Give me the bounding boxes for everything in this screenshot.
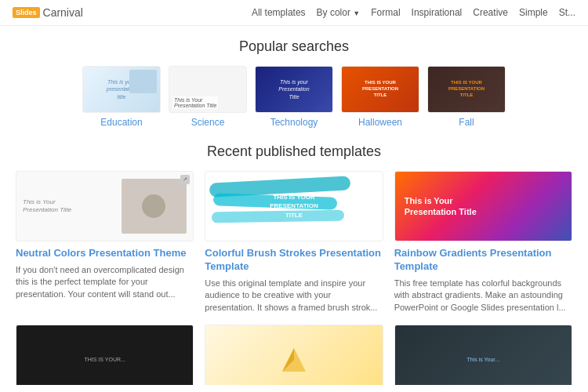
warm-thumb xyxy=(205,325,383,385)
technology-thumb: This is yourPresentationTitle xyxy=(255,66,333,113)
brush-card-desc: Use this original template and inspire y… xyxy=(205,278,383,314)
rainbow-thumb-text: This is YourPresentation Title xyxy=(405,195,477,218)
logo-box[interactable]: Slides xyxy=(13,7,40,18)
header: Slides Carnival All templates By color ▼… xyxy=(0,0,588,26)
search-card-education[interactable]: This is yourpresentationtitle Education xyxy=(82,66,161,128)
dark2-thumb: This is Your... xyxy=(394,325,572,385)
rainbow-thumb: This is YourPresentation Title xyxy=(394,171,572,241)
template-card-dark2[interactable]: This is Your... xyxy=(394,325,572,385)
main-nav: All templates By color ▼ Formal Inspirat… xyxy=(252,7,575,18)
popular-searches-title: Popular searches xyxy=(16,38,572,55)
search-card-fall[interactable]: THIS IS YOURPRESENTATIONTITLE Fall xyxy=(427,66,506,128)
search-card-technology[interactable]: This is yourPresentationTitle Technology xyxy=(255,66,333,128)
brush-thumb-text: THIS IS YOURPRESENTATIONTITLE xyxy=(267,190,321,223)
nav-all-templates[interactable]: All templates xyxy=(252,7,306,18)
neutral-thumb-text: This is YourPresentation Title xyxy=(23,198,113,215)
template-card-dark1[interactable]: THIS IS YOUR... xyxy=(16,325,194,385)
fall-thumb: THIS IS YOURPRESENTATIONTITLE xyxy=(427,66,506,113)
template-card-rainbow[interactable]: This is YourPresentation Title Rainbow G… xyxy=(394,171,572,314)
recent-templates-section: Recent published templates This is YourP… xyxy=(16,143,572,385)
by-color-arrow: ▼ xyxy=(353,9,360,17)
rainbow-card-desc: This free template has colorful backgrou… xyxy=(394,278,572,314)
neutral-corner-icon: ↗ xyxy=(180,175,190,184)
bottom-template-grid: THIS IS YOUR... This is Your... xyxy=(16,325,572,385)
search-card-halloween[interactable]: THIS IS YOURPRESENTATIONTITLE Halloween xyxy=(341,66,419,128)
search-cards-list: This is yourpresentationtitle Education … xyxy=(16,66,572,128)
fall-label: Fall xyxy=(459,117,474,128)
brush-thumb: THIS IS YOURPRESENTATIONTITLE xyxy=(205,171,383,241)
neutral-card-title: Neutral Colors Presentation Theme xyxy=(16,247,194,260)
recent-templates-title: Recent published templates xyxy=(16,143,572,160)
education-thumb: This is yourpresentationtitle xyxy=(82,66,161,113)
origami-icon xyxy=(278,344,310,376)
science-label: Science xyxy=(191,117,225,128)
education-label: Education xyxy=(100,117,142,128)
neutral-card-desc: If you don't need an overcomplicated des… xyxy=(16,264,194,300)
halloween-thumb: THIS IS YOURPRESENTATIONTITLE xyxy=(341,66,419,113)
rainbow-card-title: Rainbow Gradients Presentation Template xyxy=(394,247,572,274)
halloween-label: Halloween xyxy=(358,117,402,128)
neutral-thumb-img xyxy=(122,179,187,234)
nav-creative[interactable]: Creative xyxy=(473,7,508,18)
logo-text: Carnival xyxy=(43,6,83,19)
nav-by-color[interactable]: By color ▼ xyxy=(317,7,361,18)
popular-searches-section: Popular searches This is yourpresentatio… xyxy=(16,38,572,128)
neutral-thumb: This is YourPresentation Title ↗ xyxy=(16,171,194,241)
technology-label: Technology xyxy=(270,117,318,128)
logo-area: Slides Carnival xyxy=(13,6,83,19)
science-thumb: This is YourPresentation Title xyxy=(169,66,247,113)
nav-inspirational[interactable]: Inspirational xyxy=(412,7,463,18)
nav-formal[interactable]: Formal xyxy=(371,7,400,18)
template-card-neutral[interactable]: This is YourPresentation Title ↗ Neutral… xyxy=(16,171,194,314)
template-card-warm[interactable] xyxy=(205,325,383,385)
nav-simple[interactable]: Simple xyxy=(519,7,548,18)
nav-more[interactable]: St... xyxy=(559,7,575,18)
dark1-thumb: THIS IS YOUR... xyxy=(16,325,194,385)
template-card-brush[interactable]: THIS IS YOURPRESENTATIONTITLE Colorful B… xyxy=(205,171,383,314)
template-grid: This is YourPresentation Title ↗ Neutral… xyxy=(16,171,572,314)
brush-card-title: Colorful Brush Strokes Presentation Temp… xyxy=(205,247,383,274)
main-content: Popular searches This is yourpresentatio… xyxy=(0,26,588,385)
search-card-science[interactable]: This is YourPresentation Title Science xyxy=(169,66,247,128)
